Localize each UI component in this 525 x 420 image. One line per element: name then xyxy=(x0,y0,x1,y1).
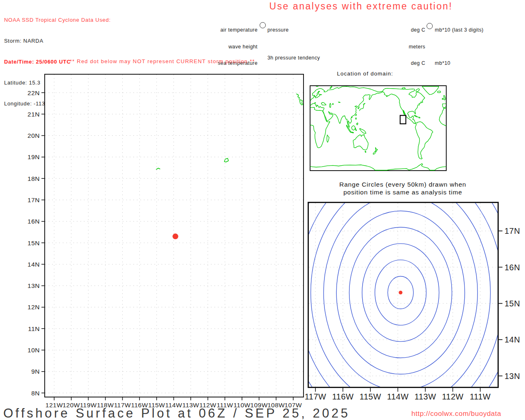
coast-novaya-zemlya xyxy=(330,87,332,89)
range-circles-title: Range Circles (every 50km) drawn when po… xyxy=(311,181,495,196)
y-tick-label: 17N xyxy=(504,226,520,235)
coast-cuba xyxy=(414,115,418,117)
y-tick-label: 15N xyxy=(504,299,520,308)
socorro-island-outline xyxy=(224,158,228,162)
y-tick-label: 11N xyxy=(28,325,40,332)
y-tick-label: 14N xyxy=(504,335,520,344)
legend-unit-degc-2: deg C xyxy=(390,61,425,66)
coast-eurasia xyxy=(310,87,382,128)
legend-pressure: pressure xyxy=(267,27,320,33)
y-tick-label: 16N xyxy=(27,218,40,225)
black-sea xyxy=(321,103,326,105)
storm-position-dot xyxy=(399,291,402,294)
storm-name: Storm: NARDA xyxy=(4,37,111,44)
legend-right-units: deg C meters deg C xyxy=(390,16,425,78)
legend-unit-mb-digits: mb*10 (last 3 digits) xyxy=(435,27,484,33)
coast-antarctica xyxy=(310,164,446,170)
x-tick-label: 111W xyxy=(470,392,491,401)
coast-java xyxy=(350,132,354,133)
range-plot-canvas: 117W116W115W114W113W112W111W17N16N15N14N… xyxy=(309,203,498,387)
coast-uk xyxy=(444,96,445,100)
coast-luzon xyxy=(356,118,356,119)
legend-right-values: mb*10 (last 3 digits) mb*10 xyxy=(435,16,484,78)
y-tick-label: 20N xyxy=(27,132,40,139)
x-tick-label: 115W xyxy=(360,392,381,401)
lake-balkhash xyxy=(338,102,340,103)
locator-map-panel xyxy=(310,85,447,171)
coast-west-africa xyxy=(439,108,446,126)
coast-africa xyxy=(310,107,330,148)
page-title: Offshore Surface Plot at 06Z / SEP 25, 2… xyxy=(3,406,350,420)
legend-unit-degc-1: deg C xyxy=(390,27,425,33)
y-tick-label: 15N xyxy=(27,240,40,247)
coast-fragment-outline xyxy=(300,100,303,105)
coast-sulawesi xyxy=(356,128,357,131)
coast-nz-south xyxy=(373,151,376,154)
y-tick-label: 9N xyxy=(31,368,40,375)
x-tick-label: 114W xyxy=(387,392,409,401)
storm-position-dot xyxy=(173,233,178,239)
coast-greenland xyxy=(422,87,438,95)
storm-position-warning: ** Red dot below may NOT represent CURRE… xyxy=(70,58,255,64)
aral-sea xyxy=(333,103,333,105)
clarion-island-outline xyxy=(156,168,160,169)
station-circle-icon xyxy=(427,23,433,29)
coast-borneo xyxy=(352,126,355,130)
y-tick-label: 8N xyxy=(31,390,40,397)
y-tick-label: 16N xyxy=(504,263,520,272)
legend-unit-mb: mb*10 xyxy=(435,61,484,66)
station-circle-icon xyxy=(260,22,266,28)
main-surface-plot: 121W120W119W118W117W116W115W114W113W112W… xyxy=(44,74,304,397)
coast-north-america xyxy=(383,88,433,159)
x-tick-label: 113W xyxy=(415,392,436,401)
coast-baffin xyxy=(416,89,420,92)
legend-air-temperature: air temperature xyxy=(205,27,258,33)
y-tick-label: 13N xyxy=(27,282,40,289)
range-circles-plot: 117W116W115W114W113W112W111W17N16N15N14N… xyxy=(308,202,499,388)
locator-title: Location of domain: xyxy=(310,71,420,77)
coast-nz-north xyxy=(375,148,377,152)
coast-taiwan xyxy=(356,114,356,116)
legend-left-labels: air temperature wave height sea temperat… xyxy=(205,16,258,78)
y-tick-label: 13N xyxy=(504,372,520,381)
coast-australia xyxy=(353,134,368,150)
legend-left-values: pressure 3h pressure tendency xyxy=(267,16,320,72)
storm-info-title: NOAA SSD Tropical Cyclone Data Used: xyxy=(4,16,111,23)
world-map xyxy=(310,86,446,170)
coast-japan xyxy=(360,103,365,111)
coast-mindanao xyxy=(356,123,358,125)
y-tick-label: 14N xyxy=(27,261,40,268)
islas-marias-outline xyxy=(297,94,299,99)
legend-wave-height: wave height xyxy=(205,44,258,50)
source-url-link[interactable]: http://coolwx.com/buoydata xyxy=(411,410,501,418)
buoy-plot-page: NOAA SSD Tropical Cyclone Data Used: Sto… xyxy=(0,0,525,420)
y-tick-label: 19N xyxy=(27,153,40,160)
y-tick-label: 18N xyxy=(27,175,40,182)
coast-tasmania xyxy=(365,151,366,153)
y-tick-label: 12N xyxy=(27,304,40,310)
domain-box xyxy=(400,115,406,124)
x-tick-label: 112W xyxy=(442,392,463,401)
y-tick-label: 22N xyxy=(27,89,40,96)
coast-new-guinea xyxy=(360,128,366,133)
coast-iberia xyxy=(443,104,446,108)
legend-pressure-tendency: 3h pressure tendency xyxy=(267,55,320,61)
coast-victoria-island xyxy=(402,87,405,89)
y-tick-label: 17N xyxy=(27,196,40,203)
legend-unit-meters: meters xyxy=(390,44,425,50)
legend-blank xyxy=(435,44,484,50)
y-tick-label: 10N xyxy=(27,347,40,354)
x-tick-label: 117W xyxy=(305,392,326,401)
coast-ireland xyxy=(442,98,443,99)
coast-madagascar xyxy=(327,135,329,142)
main-plot-canvas: 121W120W119W118W117W116W115W114W113W112W… xyxy=(45,75,303,397)
coast-iceland xyxy=(437,91,441,93)
coast-hispaniola xyxy=(419,117,420,118)
range-title-line1: Range Circles (every 50km) drawn when xyxy=(311,181,495,189)
caspian-sea xyxy=(329,103,331,108)
range-title-line2: position time is same as analysis time xyxy=(311,189,495,196)
caution-headline: Use analyses with extreme caution! xyxy=(254,1,468,12)
coast-svalbard xyxy=(316,86,318,87)
x-tick-label: 116W xyxy=(332,392,354,401)
y-tick-label: 21N xyxy=(27,111,40,118)
